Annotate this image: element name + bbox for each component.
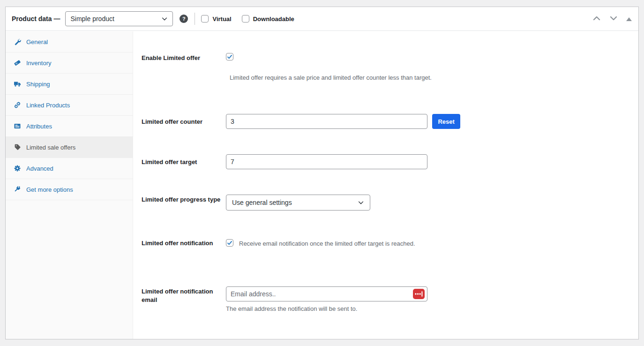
product-type-select[interactable]: Simple product — [65, 11, 173, 26]
limited-offer-counter-input[interactable] — [226, 114, 427, 129]
triangle-up-icon — [626, 17, 632, 21]
sidebar-item-label: Shipping — [26, 81, 50, 88]
sidebar-item-label: Get more options — [26, 186, 73, 193]
sidebar-item-label: Limited sale offers — [26, 144, 75, 151]
sidebar-item-linked-products[interactable]: Linked Products — [6, 95, 133, 116]
chevron-down-icon — [358, 199, 364, 206]
product-data-panel: Product data — Simple product ? Virtual … — [5, 7, 639, 339]
attributes-icon — [14, 122, 21, 130]
truck-icon — [14, 80, 21, 88]
limited-sale-offers-panel: Enable Limited offer Limited offer requi… — [133, 31, 638, 339]
plug-icon — [14, 186, 21, 193]
downloadable-checkbox[interactable]: Downloadable — [242, 15, 294, 23]
limited-offer-notification-email-row: Limited offer notification email The ema… — [142, 286, 631, 313]
chevron-down-icon — [161, 15, 168, 22]
limited-offer-notification-row: Limited offer notification Receive email… — [142, 238, 631, 248]
enable-limited-offer-label: Enable Limited offer — [142, 53, 226, 62]
limited-offer-target-input[interactable] — [226, 154, 427, 169]
downloadable-checkbox-box[interactable] — [242, 15, 249, 23]
sidebar-item-inventory[interactable]: Inventory — [6, 53, 133, 74]
sidebar-item-label: Inventory — [26, 60, 51, 67]
sidebar-item-shipping[interactable]: Shipping — [6, 74, 133, 95]
downloadable-checkbox-label: Downloadable — [253, 15, 294, 23]
limited-offer-counter-row: Limited offer counter Reset — [142, 114, 631, 129]
limited-offer-progress-type-label: Limited offer progress type — [142, 195, 226, 204]
sidebar-item-advanced[interactable]: Advanced — [6, 158, 133, 179]
product-type-value: Simple product — [70, 15, 161, 23]
move-up-button[interactable] — [592, 14, 602, 24]
header-divider — [195, 13, 195, 25]
limited-offer-target-row: Limited offer target — [142, 154, 631, 169]
postbox-controls — [592, 7, 633, 31]
enable-limited-offer-checkbox[interactable] — [226, 53, 233, 60]
limited-offer-notification-label: Limited offer notification — [142, 238, 226, 248]
chevron-up-icon — [592, 15, 601, 23]
limited-offer-progress-type-row: Limited offer progress type Use general … — [142, 195, 631, 211]
product-data-title: Product data — — [12, 15, 60, 23]
move-down-button[interactable] — [608, 14, 619, 24]
limited-offer-target-label: Limited offer target — [142, 154, 226, 166]
link-icon — [14, 101, 21, 109]
enable-limited-offer-description: Limited offer requires a sale price and … — [230, 74, 631, 82]
sidebar-item-general[interactable]: General — [6, 31, 133, 53]
enable-limited-offer-row: Enable Limited offer Limited offer requi… — [142, 53, 631, 82]
limited-offer-counter-label: Limited offer counter — [142, 114, 226, 126]
sidebar-item-limited-sale-offers[interactable]: Limited sale offers — [6, 137, 133, 158]
gear-icon — [14, 165, 21, 172]
chevron-down-icon — [609, 15, 618, 23]
toggle-panel-button[interactable] — [625, 16, 633, 22]
limited-offer-notification-email-input[interactable] — [226, 286, 427, 301]
inventory-icon — [14, 59, 21, 67]
reset-button[interactable]: Reset — [432, 114, 460, 129]
limited-offer-notification-email-description: The email address the notification will … — [226, 305, 631, 313]
sidebar-item-label: Advanced — [26, 165, 53, 172]
limited-offer-notification-text: Receive email notification once the limi… — [239, 238, 415, 248]
password-manager-icon[interactable] — [413, 289, 425, 299]
wrench-icon — [14, 38, 21, 45]
help-icon[interactable]: ? — [180, 15, 188, 23]
tag-icon — [14, 143, 21, 151]
limited-offer-progress-type-select[interactable]: Use general settings — [226, 195, 370, 211]
sidebar-item-attributes[interactable]: Attributes — [6, 116, 133, 137]
sidebar-item-label: General — [26, 38, 48, 45]
virtual-checkbox-label: Virtual — [212, 15, 231, 23]
virtual-checkbox[interactable]: Virtual — [201, 15, 231, 23]
sidebar-item-label: Linked Products — [26, 102, 70, 109]
product-data-tabs: General Inventory Shipping Linked Produc… — [6, 31, 133, 339]
progress-type-value: Use general settings — [232, 199, 358, 206]
sidebar-item-label: Attributes — [26, 123, 52, 130]
sidebar-item-get-more-options[interactable]: Get more options — [6, 179, 133, 200]
limited-offer-notification-checkbox[interactable] — [226, 239, 233, 247]
limited-offer-notification-email-label: Limited offer notification email — [142, 286, 226, 304]
product-data-header: Product data — Simple product ? Virtual … — [6, 7, 638, 31]
virtual-checkbox-box[interactable] — [201, 15, 209, 23]
